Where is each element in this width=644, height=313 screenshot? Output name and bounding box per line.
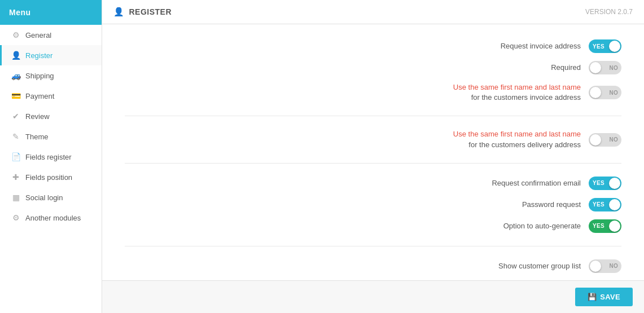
toggle-knob-confirmation-email <box>609 178 620 189</box>
toggle-knob-same-name-delivery <box>590 134 601 146</box>
field-label-request-invoice: Request invoice address <box>501 41 581 51</box>
shipping-icon: 🚙 <box>11 71 21 80</box>
form-row-auto-generate: Option to auto-generate YES <box>125 215 621 237</box>
sidebar-item-label: Fields register <box>25 153 72 161</box>
toggle-password-request[interactable]: YES <box>589 198 621 211</box>
sidebar-item-register[interactable]: 👤Register <box>0 45 102 65</box>
sidebar-item-review[interactable]: ✔Review <box>0 106 102 126</box>
sidebar-item-another-modules[interactable]: ⚙Another modules <box>0 208 102 228</box>
field-label-customer-group: Show customer group list <box>498 261 581 271</box>
register-icon: 👤 <box>11 51 21 60</box>
sidebar-item-label: Fields position <box>25 173 72 182</box>
toggle-knob-customer-group <box>590 261 601 272</box>
field-label-required: Required <box>551 63 581 73</box>
save-icon: 💾 <box>588 293 597 301</box>
sidebar-item-label: Another modules <box>25 214 81 222</box>
save-label: SAVE <box>600 293 620 301</box>
toggle-knob-request-invoice <box>609 41 620 52</box>
form-row-confirmation-email: Request confirmation email YES <box>125 173 621 194</box>
main-footer: 💾 SAVE <box>102 280 644 313</box>
sidebar-item-social-login[interactable]: ▦Social login <box>0 187 102 208</box>
page-title-text: REGISTER <box>129 7 172 16</box>
sidebar-item-label: Review <box>25 112 50 121</box>
form-row-customer-group: Show customer group list NO <box>125 255 621 277</box>
form-section-2: Request confirmation email YES Password … <box>125 173 621 246</box>
toggle-label-auto-generate: YES <box>593 223 604 229</box>
sidebar-item-label: General <box>25 31 51 39</box>
toggle-auto-generate[interactable]: YES <box>589 219 621 233</box>
field-label-same-name-invoice: Use the same first name and last namefor… <box>453 82 581 103</box>
toggle-knob-password-request <box>609 199 620 210</box>
register-icon: 👤 <box>113 7 125 17</box>
sidebar-header: Menu <box>0 0 102 25</box>
sidebar: Menu ⚙General👤Register🚙Shipping💳Payment✔… <box>0 0 102 313</box>
form-row-required: Required NO <box>125 57 621 78</box>
form-section-1: Use the same first name and last namefor… <box>125 125 621 163</box>
sidebar-item-label: Theme <box>25 133 48 141</box>
toggle-knob-same-name-invoice <box>590 87 601 98</box>
toggle-label-same-name-invoice: NO <box>609 90 618 96</box>
version-label: VERSION 2.0.7 <box>585 8 633 16</box>
form-section-0: Request invoice address YES Required NO … <box>125 36 621 116</box>
review-icon: ✔ <box>11 112 21 121</box>
sidebar-item-payment[interactable]: 💳Payment <box>0 86 102 106</box>
toggle-label-confirmation-email: YES <box>593 180 604 186</box>
sidebar-item-fields-position[interactable]: ✚Fields position <box>0 167 102 187</box>
toggle-label-same-name-delivery: NO <box>609 136 618 143</box>
toggle-knob-required <box>590 62 601 73</box>
toggle-same-name-delivery[interactable]: NO <box>589 133 621 147</box>
fields-register-icon: 📄 <box>11 152 21 161</box>
sidebar-item-fields-register[interactable]: 📄Fields register <box>0 147 102 167</box>
general-icon: ⚙ <box>11 30 21 39</box>
sidebar-item-label: Social login <box>25 193 63 202</box>
toggle-label-password-request: YES <box>593 201 604 208</box>
theme-icon: ✎ <box>11 132 21 141</box>
another-modules-icon: ⚙ <box>11 213 21 222</box>
toggle-customer-group[interactable]: NO <box>589 259 621 273</box>
sidebar-item-general[interactable]: ⚙General <box>0 25 102 45</box>
toggle-label-customer-group: NO <box>609 263 618 269</box>
sidebar-item-label: Register <box>25 51 52 60</box>
save-button[interactable]: 💾 SAVE <box>575 288 633 306</box>
sidebar-item-theme[interactable]: ✎Theme <box>0 126 102 147</box>
form-row-request-invoice: Request invoice address YES <box>125 36 621 57</box>
toggle-same-name-invoice[interactable]: NO <box>589 86 621 99</box>
sidebar-item-label: Payment <box>25 92 54 100</box>
toggle-required[interactable]: NO <box>589 61 621 74</box>
main-panel: 👤 REGISTER VERSION 2.0.7 Request invoice… <box>102 0 644 313</box>
toggle-request-invoice[interactable]: YES <box>589 39 621 53</box>
field-label-auto-generate: Option to auto-generate <box>503 221 581 231</box>
payment-icon: 💳 <box>11 91 21 100</box>
form-row-same-name-delivery: Use the same first name and last namefor… <box>125 125 621 153</box>
social-login-icon: ▦ <box>11 193 21 202</box>
field-label-confirmation-email: Request confirmation email <box>492 178 581 188</box>
main-content: Request invoice address YES Required NO … <box>102 24 644 280</box>
sidebar-item-shipping[interactable]: 🚙Shipping <box>0 65 102 86</box>
toggle-knob-auto-generate <box>609 221 620 232</box>
form-section-3: Show customer group list NO Use address … <box>125 255 621 280</box>
fields-position-icon: ✚ <box>11 173 21 182</box>
main-header: 👤 REGISTER VERSION 2.0.7 <box>102 0 644 24</box>
page-title: 👤 REGISTER <box>113 7 172 17</box>
field-label-same-name-delivery: Use the same first name and last namefor… <box>453 129 581 149</box>
toggle-label-request-invoice: YES <box>593 43 604 50</box>
field-label-password-request: Password request <box>522 200 581 210</box>
form-row-same-name-invoice: Use the same first name and last namefor… <box>125 78 621 107</box>
sidebar-item-label: Shipping <box>25 72 54 80</box>
toggle-confirmation-email[interactable]: YES <box>589 177 621 190</box>
form-row-password-request: Password request YES <box>125 194 621 215</box>
toggle-label-required: NO <box>609 65 618 71</box>
